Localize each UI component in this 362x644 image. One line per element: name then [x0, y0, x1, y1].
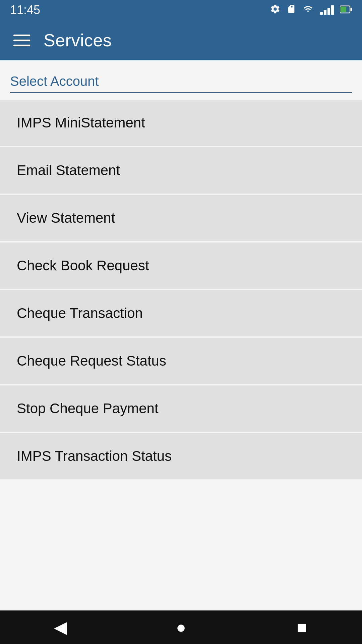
service-item-stop-cheque-payment[interactable]: Stop Cheque Payment [0, 385, 362, 433]
back-button[interactable]: ◀ [47, 614, 74, 641]
service-item-view-statement[interactable]: View Statement [0, 195, 362, 243]
status-icons [270, 4, 352, 17]
status-time: 11:45 [10, 3, 40, 17]
home-button[interactable]: ● [168, 614, 194, 641]
status-bar: 11:45 [0, 0, 362, 20]
select-account-container [0, 60, 362, 100]
signal-icon [320, 5, 334, 15]
svg-rect-1 [351, 8, 352, 11]
settings-icon [270, 4, 281, 17]
battery-icon [340, 4, 352, 16]
service-list: IMPS MiniStatement Email Statement View … [0, 100, 362, 610]
content-area: IMPS MiniStatement Email Statement View … [0, 60, 362, 610]
svg-rect-2 [341, 7, 346, 12]
app-bar: Services [0, 20, 362, 60]
recent-apps-button[interactable]: ■ [288, 614, 315, 641]
service-item-email-statement[interactable]: Email Statement [0, 147, 362, 195]
app-title: Services [44, 30, 112, 50]
service-item-cheque-request-status[interactable]: Cheque Request Status [0, 338, 362, 385]
sd-card-icon [287, 4, 296, 17]
service-item-imps-ministatement[interactable]: IMPS MiniStatement [0, 100, 362, 147]
service-item-cheque-transaction[interactable]: Cheque Transaction [0, 290, 362, 338]
bottom-nav: ◀ ● ■ [0, 610, 362, 644]
service-item-check-book-request[interactable]: Check Book Request [0, 243, 362, 290]
wifi-icon [302, 4, 314, 16]
service-item-imps-transaction-status[interactable]: IMPS Transaction Status [0, 433, 362, 479]
select-account-input[interactable] [10, 74, 352, 93]
hamburger-menu-button[interactable] [13, 35, 30, 46]
